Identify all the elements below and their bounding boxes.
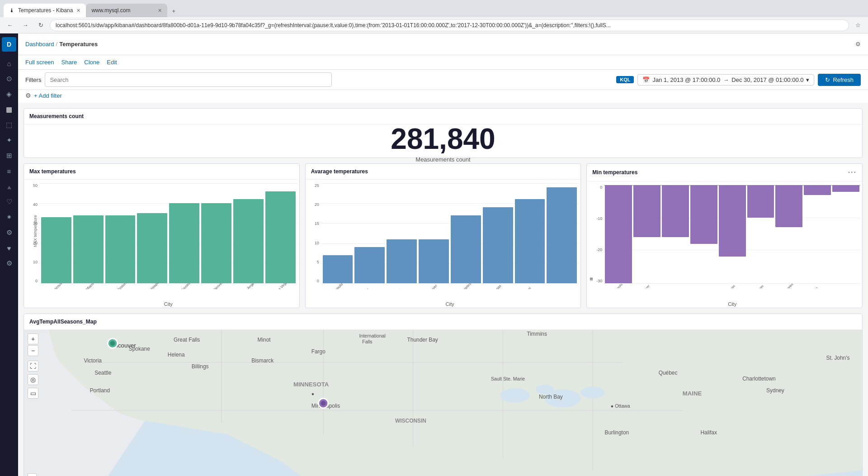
bar-vancouver-min <box>633 185 660 237</box>
svg-text:Charlottetown: Charlottetown <box>742 376 775 382</box>
browser-chrome: 🌡 Temperatures - Kibana ✕ www.mysql.com … <box>0 0 868 17</box>
avg-temps-panel: Avarage temperatures 0510152025 <box>305 163 581 308</box>
sidebar-icon-home[interactable]: ⌂ <box>2 56 16 71</box>
svg-text:MINNESOTA: MINNESOTA <box>293 381 329 388</box>
avg-x-title: City <box>321 301 579 307</box>
kibana-app: D ⌂ ⊙ ◈ ▦ ⬚ ✦ ⊞ ≡ ⟁ ♡ ⁕ ⚙ ♥ ⚙ Dashboard … <box>0 33 868 476</box>
svg-text:Timmins: Timmins <box>527 331 547 337</box>
legend-icon[interactable]: ≡ <box>590 276 593 282</box>
panel-menu-dots[interactable]: ··· <box>848 168 857 176</box>
dashboard: Measurements count 281,840 Measurements … <box>18 103 868 476</box>
metric-label: Measurements count <box>415 156 470 163</box>
share-link[interactable]: Share <box>61 59 77 66</box>
bar-lasvegas-avg <box>483 183 513 283</box>
refresh-button[interactable]: ↻ Refresh <box>818 74 861 86</box>
sidebar-icon-monitoring[interactable]: ♥ <box>2 241 16 255</box>
tab2-close-btn[interactable]: ✕ <box>158 8 162 14</box>
time-from: Jan 1, 2013 @ 17:00:00.0 <box>652 76 720 83</box>
circle-btn[interactable]: ◎ <box>28 374 38 385</box>
sidebar-icon-discover[interactable]: ⊙ <box>2 71 16 86</box>
breadcrumb-parent[interactable]: Dashboard <box>25 41 54 48</box>
svg-point-42 <box>110 341 115 346</box>
bar-losangeles-avg <box>451 183 481 283</box>
max-x-title: City <box>39 301 297 307</box>
time-to: Dec 30, 2017 @ 01:00:00.0 <box>731 76 803 83</box>
rect-btn[interactable]: ▭ <box>28 388 38 399</box>
address-bar[interactable]: localhost:5601/s/dw/app/kibana#/dashboar… <box>50 19 849 31</box>
bar-miami-min <box>832 185 859 192</box>
sidebar-icon-graph[interactable]: ⁕ <box>2 210 16 224</box>
header-settings-icon[interactable]: ⚙ <box>855 41 861 48</box>
bar-denver-min <box>662 185 689 237</box>
svg-text:MAINE: MAINE <box>683 390 702 397</box>
svg-text:Seattle: Seattle <box>94 370 111 376</box>
svg-text:Fargo: Fargo <box>311 348 326 355</box>
max-temps-title: Max temperatures <box>29 168 76 175</box>
filter-bar: Filters KQL 📅 Jan 1, 2013 @ 17:00:00.0 →… <box>18 70 868 90</box>
map-legend-btn[interactable]: ≡ <box>28 473 37 476</box>
zoom-out-btn[interactable]: − <box>28 345 38 356</box>
sidebar-icon-uptime[interactable]: ♡ <box>2 195 16 209</box>
refresh-icon: ↻ <box>825 76 830 83</box>
forward-btn[interactable]: → <box>19 19 32 32</box>
edit-link[interactable]: Edit <box>107 59 117 66</box>
svg-text:●: ● <box>311 391 314 396</box>
address-text: localhost:5601/s/dw/app/kibana#/dashboar… <box>56 22 843 29</box>
sidebar-icon-logs[interactable]: ≡ <box>2 164 16 178</box>
calendar-icon: 📅 <box>642 76 650 83</box>
clone-link[interactable]: Clone <box>84 59 99 66</box>
nav-bar: ← → ↻ localhost:5601/s/dw/app/kibana#/da… <box>0 17 868 33</box>
svg-point-10 <box>536 385 554 394</box>
bar-denver-max <box>201 183 231 283</box>
avg-temps-title: Avarage temperatures <box>311 168 368 175</box>
zoom-in-btn[interactable]: + <box>28 333 38 344</box>
svg-point-44 <box>321 401 326 406</box>
reload-btn[interactable]: ↻ <box>34 19 47 32</box>
avg-temps-header: Avarage temperatures <box>306 164 581 180</box>
tab-close-btn[interactable]: ✕ <box>76 8 80 14</box>
kibana-logo[interactable]: D <box>2 37 16 52</box>
bar-denver-avg <box>354 183 385 283</box>
bar-losangeles-max <box>233 183 264 283</box>
sidebar-icon-settings[interactable]: ⚙ <box>2 256 16 271</box>
inactive-tab[interactable]: www.mysql.com ✕ <box>86 4 167 17</box>
kql-badge[interactable]: KQL <box>616 76 634 83</box>
svg-text:Billings: Billings <box>192 363 209 370</box>
map-panel: AvgTempAllSeasons_Map + − ⛶ ◎ ▭ <box>24 314 863 476</box>
sidebar-icon-ml[interactable]: ✦ <box>2 133 16 148</box>
svg-point-11 <box>500 388 530 403</box>
add-filter-button[interactable]: + Add filter <box>34 92 62 99</box>
tab-title: Temperatures - Kibana <box>18 7 73 14</box>
sidebar-icon-apm[interactable]: ⟁ <box>2 179 16 194</box>
avg-bars <box>321 183 579 283</box>
bar-miami-avg <box>547 183 577 283</box>
sidebar-icon-infrastructure[interactable]: ⊞ <box>2 148 16 163</box>
new-tab-btn[interactable]: + <box>167 5 180 17</box>
filter-search-input[interactable] <box>45 72 332 87</box>
bar-boston-avg <box>387 183 417 283</box>
bar-losangeles2-min <box>775 185 802 227</box>
logo-letter: D <box>7 41 11 48</box>
svg-text:Victoria: Victoria <box>84 357 102 364</box>
bar-houston-max <box>169 183 199 283</box>
crop-btn[interactable]: ⛶ <box>28 361 38 371</box>
chevron-down-icon: ▾ <box>806 76 809 83</box>
bookmark-btn[interactable]: ☆ <box>852 19 864 32</box>
map-svg: Vancouver Victoria Seattle Portland Spok… <box>24 330 862 476</box>
app-header: Dashboard / Temperatures ⚙ <box>18 33 868 55</box>
header-right: ⚙ <box>855 41 861 48</box>
sidebar-icon-devtools[interactable]: ⚙ <box>2 225 16 240</box>
full-screen-link[interactable]: Full screen <box>25 59 54 66</box>
svg-text:Bismarck: Bismarck <box>251 357 274 364</box>
sidebar-icon-visualize[interactable]: ◈ <box>2 87 16 101</box>
sidebar-icon-canvas[interactable]: ⬚ <box>2 118 16 132</box>
bar-vancouver-avg <box>419 183 449 283</box>
action-links: Full screen Share Clone Edit <box>25 59 117 66</box>
back-btn[interactable]: ← <box>4 19 16 32</box>
min-temps-header: Min temperatures ··· <box>587 164 862 181</box>
time-picker[interactable]: 📅 Jan 1, 2013 @ 17:00:00.0 → Dec 30, 201… <box>637 74 814 86</box>
metric-panel-header: Measurements count <box>24 109 862 124</box>
svg-text:International: International <box>359 333 386 338</box>
active-tab[interactable]: 🌡 Temperatures - Kibana ✕ <box>4 4 86 17</box>
sidebar-icon-dashboard[interactable]: ▦ <box>2 102 16 117</box>
